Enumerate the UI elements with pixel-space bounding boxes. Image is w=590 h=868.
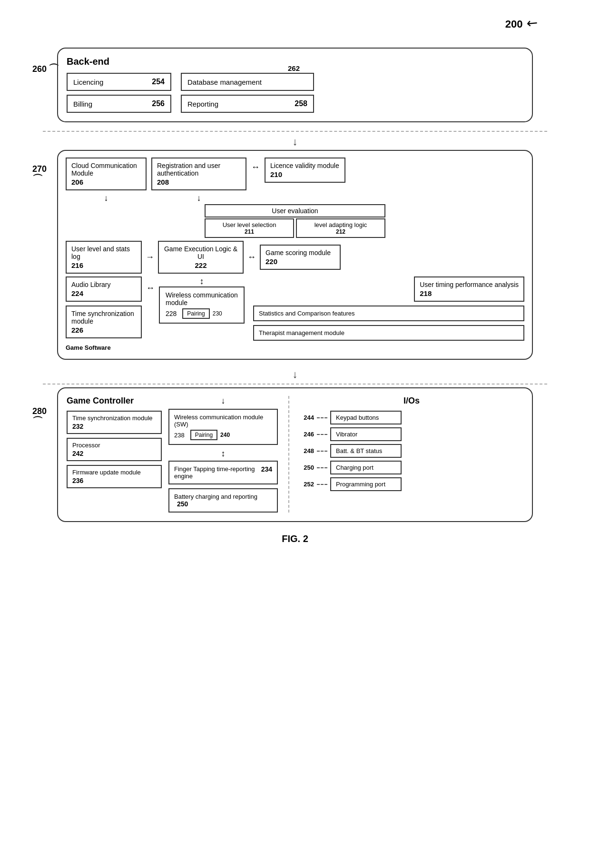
ios-programming-box: Programming port (330, 477, 402, 491)
gc-battery-label: Battery charging and reporting (174, 493, 257, 500)
game-exec-box: Game Execution Logic & UI 222 (158, 241, 244, 274)
time-sync-gs-num: 226 (71, 326, 136, 334)
ios-dashed-250 (317, 467, 327, 468)
gc-middle-col: ↓ Wireless communication module (SW) 238… (168, 396, 278, 513)
arrows-row-1: ↓ ↓ (66, 193, 524, 203)
arrow-exec-to-scoring: ↔ (247, 252, 256, 262)
arrow-cloud-down: ↓ (66, 193, 147, 203)
ios-row-batt: 248 Batt. & BT status (300, 444, 523, 458)
gs-left-col: Audio Library 224 Time synchronization m… (66, 276, 142, 351)
reg-auth-box: Registration and user authentication 208 (151, 158, 246, 190)
figure-arrow: ↙ (523, 13, 541, 32)
user-timing-label: User timing performance analysis (420, 281, 519, 288)
cloud-comm-box: Cloud Communication Module 206 (66, 158, 147, 190)
audio-library-box: Audio Library 224 (66, 276, 142, 302)
gc-left-col: Game Controller Time synchronization mod… (67, 396, 162, 513)
figure-ref-200: 200 ↙ (505, 15, 538, 31)
therapist-label: Therapist management module (259, 329, 344, 336)
billing-num: 256 (152, 99, 165, 108)
statistics-box: Statistics and Comparison features (253, 306, 524, 321)
arrows-mid-col: ↔ (146, 276, 155, 293)
ios-batt-box: Batt. & BT status (330, 444, 402, 458)
reporting-box: Reporting 258 (181, 95, 314, 113)
level-adapting-box: level adapting logic 212 (296, 218, 385, 238)
level-adapting-num: 212 (301, 228, 381, 235)
reporting-label: Reporting (187, 100, 218, 108)
gc-processor-label: Processor (72, 442, 100, 449)
billing-box: Billing 256 (67, 95, 171, 113)
gc-finger-tapping-num: 234 (261, 465, 272, 473)
gc-finger-tapping-label: Finger Tapping time-reporting engine (174, 465, 258, 480)
gc-firmware-num: 236 (72, 477, 156, 484)
ios-programming-label: Programming port (336, 481, 385, 488)
ios-charging-label: Charging port (336, 464, 374, 471)
gs-right-col: User timing performance analysis 218 Sta… (253, 276, 524, 341)
user-timing-num: 218 (420, 289, 519, 297)
gc-firmware-label: Firmware update module (72, 469, 141, 476)
game-software-section: Cloud Communication Module 206 Registrat… (57, 150, 533, 360)
ios-row-keypad: 244 Keypad buttons (300, 411, 523, 424)
gc-label-280: 280 ⌒ (32, 406, 47, 429)
wireless-comm-gs-container: Wireless communication module 228 Pairin… (159, 286, 245, 324)
licence-validity-box: Licence validity module 210 (265, 158, 345, 183)
gc-processor-box: Processor 242 (67, 438, 162, 461)
backend-label: 260 ⌒ (32, 62, 59, 76)
user-level-stats-label: User level and stats log (71, 245, 130, 260)
wireless-comm-gs-box: Wireless communication module 228 Pairin… (159, 286, 245, 324)
user-level-stats-num: 216 (71, 261, 136, 269)
game-software-inner-label: Game Software (66, 344, 142, 351)
licencing-num: 254 (152, 78, 165, 86)
arrow-gs-to-gc: ↓ (29, 368, 561, 381)
arrow-exec-down: ↕ (200, 276, 204, 286)
gs-label-270: 270 ⌒ (32, 164, 47, 187)
arrow-reg-down: ↓ (151, 193, 246, 203)
gc-battery-num: 250 (177, 500, 188, 508)
statistics-label: Statistics and Comparison features (259, 310, 355, 317)
gc-layout: Game Controller Time synchronization mod… (67, 396, 523, 513)
gc-finger-tapping-box: Finger Tapping time-reporting engine 234 (168, 461, 278, 484)
figure-number: 200 (505, 18, 523, 30)
cloud-comm-label: Cloud Communication Module (71, 162, 137, 177)
user-eval-area: User evaluation User level selection 211… (205, 204, 385, 238)
game-exec-num: 222 (164, 261, 238, 269)
user-level-sel-label: User level selection (223, 221, 276, 228)
arrow-reg-licence: ↔ (251, 158, 260, 172)
audio-library-label: Audio Library (71, 281, 111, 288)
game-scoring-label: Game scoring module (266, 249, 331, 256)
ios-num-250: 250 (300, 464, 314, 471)
time-sync-gs-box: Time synchronization module 226 (66, 306, 142, 338)
backend-grid: Licencing 254 Billing 256 262 Database m… (67, 73, 523, 113)
ios-batt-label: Batt. & BT status (336, 447, 382, 454)
audio-library-num: 224 (71, 289, 136, 297)
gc-time-sync-box: Time synchronization module 232 (67, 411, 162, 434)
gc-right-col: I/Os 244 Keypad buttons 246 (300, 396, 523, 513)
backend-262-label: 262 (288, 64, 300, 72)
pairing-num-gc: 240 (220, 432, 230, 438)
wireless-comm-gs-label: Wireless communication module (166, 291, 238, 306)
backend-left: Licencing 254 Billing 256 (67, 73, 171, 113)
ios-num-252: 252 (300, 481, 314, 488)
arrow-wireless-to-finger: ↕ (168, 449, 278, 459)
user-level-selection-box: User level selection 211 (205, 218, 294, 238)
figure-title: FIG. 2 (29, 533, 561, 544)
pairing-num-gs: 230 (213, 310, 222, 317)
user-level-stats-box: User level and stats log 216 (66, 241, 142, 274)
ios-dashed-248 (317, 451, 327, 452)
arrow-stats-to-exec: → (146, 252, 154, 262)
game-exec-label: Game Execution Logic & UI (164, 245, 237, 260)
arrow-wireless-down: ↓ (168, 396, 278, 406)
user-eval-label: User evaluation (272, 207, 318, 215)
gs-top-row: Cloud Communication Module 206 Registrat… (66, 158, 524, 190)
db-management-label: Database management (187, 78, 262, 86)
gc-wireless-num: 238 (174, 432, 185, 439)
game-scoring-num: 220 (266, 257, 335, 266)
db-management-box: Database management (181, 73, 314, 91)
therapist-box: Therapist management module (253, 325, 524, 341)
user-eval-container: User evaluation User level selection 211… (66, 204, 524, 238)
gc-processor-num: 242 (72, 450, 156, 457)
game-controller-section: Game Controller Time synchronization mod… (57, 387, 533, 522)
ios-vibrator-box: Vibrator (330, 427, 402, 441)
user-level-sel-num: 211 (209, 228, 289, 235)
backend-right: 262 Database management Reporting 258 (181, 73, 314, 113)
game-scoring-box: Game scoring module 220 (260, 245, 341, 270)
